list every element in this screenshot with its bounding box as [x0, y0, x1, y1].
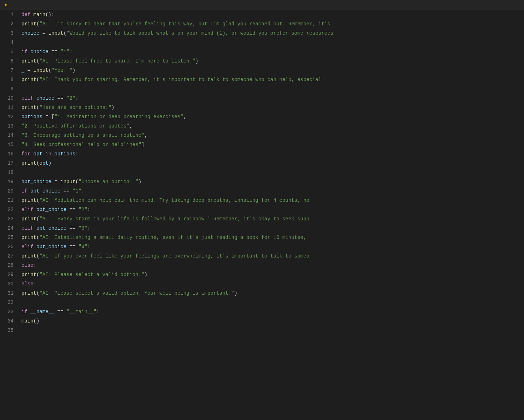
token: choice [21, 30, 39, 36]
token: input [60, 179, 75, 185]
file-icon: ● [4, 2, 7, 8]
line-number: 24 [0, 224, 14, 233]
token: == [66, 244, 79, 250]
code-area[interactable]: def main(): print("AI: I'm sorry to hear… [17, 10, 524, 419]
line-number: 23 [0, 214, 14, 224]
token: "2. Positive affirmations or quotes" [21, 123, 129, 129]
code-line: print(opt) [21, 159, 524, 168]
line-number: 13 [0, 121, 14, 131]
token: print [21, 160, 36, 166]
line-number: 17 [0, 159, 14, 168]
token: "3. Encourage setting up a small routine… [21, 132, 144, 138]
code-line: print("AI: Please select a valid option.… [21, 289, 524, 298]
token: elif [21, 95, 36, 101]
code-line: print("AI: If you ever feel like your fe… [21, 251, 524, 261]
token: == [54, 95, 66, 101]
code-line [21, 298, 524, 307]
token: elif [21, 207, 36, 212]
token: options [21, 114, 42, 120]
code-line: main() [21, 316, 524, 326]
code-line: else: [21, 279, 524, 289]
token: ( [49, 68, 51, 73]
token: opt_choice [36, 244, 66, 250]
token: print [21, 198, 36, 203]
token: "AI: Please feel free to share. I'm here… [39, 58, 195, 64]
token: "AI: Establishing a small daily routine,… [39, 235, 306, 240]
line-number: 4 [0, 38, 14, 47]
token: () [34, 318, 40, 324]
token: options [54, 151, 75, 157]
code-line: def main(): [21, 10, 524, 19]
line-number: 26 [0, 242, 14, 251]
line-number: 22 [0, 205, 14, 214]
token: : [96, 309, 99, 315]
token: opt_choice [30, 188, 60, 194]
line-number: 6 [0, 56, 14, 66]
token: input [34, 68, 49, 73]
token: : [87, 225, 90, 231]
token: "Here are some options:" [39, 105, 111, 110]
token: in [45, 151, 54, 157]
token: elif [21, 225, 36, 231]
code-line [21, 38, 524, 47]
token: = [ [42, 114, 55, 120]
token: opt_choice [36, 225, 66, 231]
token: else [21, 262, 34, 268]
token: "AI: Please select a valid option. Your … [39, 290, 234, 296]
code-line [21, 326, 524, 335]
token: == [54, 309, 66, 315]
line-number: 30 [0, 279, 14, 289]
token: "AI: Thank you for sharing. Remember, it… [39, 77, 321, 82]
token: ) [138, 179, 141, 185]
code-line: elif opt_choice == "4": [21, 242, 524, 251]
code-line: "4. Seek professional help or helplines"… [21, 140, 524, 149]
line-number: 31 [0, 289, 14, 298]
line-number: 34 [0, 316, 14, 326]
token: "4" [79, 244, 87, 250]
line-number: 20 [0, 186, 14, 196]
token: print [21, 253, 36, 259]
token: "AI: If you ever feel like your feelings… [39, 253, 309, 259]
token: "2" [79, 207, 87, 212]
line-number: 28 [0, 261, 14, 270]
token: main [34, 12, 46, 18]
token: "Would you like to talk about what's on … [66, 30, 333, 36]
token: opt_choice [21, 179, 51, 185]
token: : [87, 207, 90, 212]
line-number: 14 [0, 131, 14, 140]
token: : [75, 151, 78, 157]
code-line: choice = input("Would you like to talk a… [21, 29, 524, 38]
token: : [69, 49, 72, 55]
token: ( [64, 30, 66, 36]
token: elif [21, 244, 36, 250]
token: ) [111, 105, 114, 110]
token: "Choose an option: " [79, 179, 138, 185]
code-line: print("AI: Please feel free to share. I'… [21, 56, 524, 66]
token: == [66, 225, 79, 231]
token: "You: " [51, 68, 72, 73]
token: if [21, 309, 30, 315]
line-number: 11 [0, 103, 14, 112]
line-number: 29 [0, 270, 14, 279]
token: input [49, 30, 64, 36]
line-number: 8 [0, 75, 14, 84]
code-line: elif choice == "2": [21, 94, 524, 103]
code-line: opt_choice = input("Choose an option: ") [21, 177, 524, 186]
token: "4. Seek professional help or helplines" [21, 142, 141, 148]
token: ) [235, 290, 237, 296]
code-line: print("AI: Please select a valid option.… [21, 270, 524, 279]
token: if [21, 49, 30, 55]
token: , [144, 132, 147, 138]
token: print [21, 235, 36, 240]
token: = [24, 68, 33, 73]
token: "1" [72, 188, 81, 194]
token: ( [75, 179, 78, 185]
line-number: 21 [0, 196, 14, 205]
token: main [21, 318, 34, 324]
line-number: 3 [0, 29, 14, 38]
token: : [34, 281, 36, 287]
editor-container: 1234567891011121314151617181920212223242… [0, 10, 524, 419]
line-number: 10 [0, 94, 14, 103]
token: "AI: I'm sorry to hear that you're feeli… [39, 21, 330, 27]
code-line: print("AI: Thank you for sharing. Rememb… [21, 75, 524, 84]
